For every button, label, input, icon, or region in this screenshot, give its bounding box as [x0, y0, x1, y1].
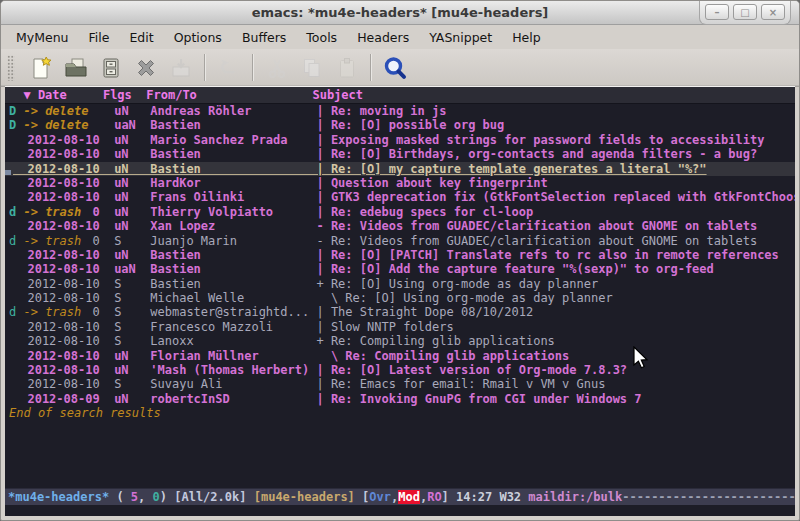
minimize-button[interactable]: –	[705, 4, 729, 20]
mode-line[interactable]: *mu4e-headers* ( 5, 0) [All/2.0k] [mu4e-…	[5, 488, 795, 506]
message-row[interactable]: 2012-08-10 S Suvayu Ali | Re: Emacs for …	[5, 377, 795, 391]
row-segment-target: -> delete	[23, 118, 95, 132]
message-row[interactable]: 2012-08-10 uN 'Mash (Thomas Herbert) | R…	[5, 363, 795, 377]
toolbar-separator	[204, 54, 205, 81]
cut-icon	[261, 52, 292, 83]
row-segment-row: 2012-08-10 uN Mario Sanchez Prada | Expo…	[9, 133, 764, 147]
close-x-icon[interactable]	[130, 52, 161, 83]
row-segment-target: -> delete	[23, 104, 95, 118]
row-segment-row: 2012-08-10 uN 'Mash (Thomas Herbert) | R…	[9, 363, 627, 377]
modeline-teal: 0	[153, 490, 160, 504]
message-row[interactable]: d -> trash 0 S Juanjo Marin - Re: Videos…	[5, 234, 795, 248]
fringe-position-marker	[5, 170, 11, 175]
file-cabinet-icon[interactable]	[95, 52, 126, 83]
title-bar[interactable]: emacs: *mu4e-headers* [mu4e-headers] –□×	[1, 1, 799, 25]
message-row[interactable]: 2012-08-10 uN Frans Oilinki | GTK3 depre…	[5, 190, 795, 204]
message-row-current[interactable]: 2012-08-10 uN Bastien | Re: [O] my captu…	[5, 162, 795, 176]
tool-bar	[1, 49, 799, 87]
row-segment-mark: d	[9, 205, 23, 219]
save-icon	[165, 52, 196, 83]
message-row[interactable]: 2012-08-10 uN Florian Müllner \ Re: Comp…	[5, 349, 795, 363]
modeline-dashes: --------------------------------	[622, 490, 795, 504]
menu-tools[interactable]: Tools	[296, 26, 347, 49]
window-title: emacs: *mu4e-headers* [mu4e-headers]	[252, 5, 549, 20]
modeline-buffer-name: *mu4e-headers*	[8, 490, 109, 504]
modeline-query: maildir:/bulk	[528, 490, 622, 504]
message-row[interactable]: 2012-08-10 uN Bastien | Re: [O] Birthday…	[5, 147, 795, 161]
paste-icon	[331, 52, 362, 83]
modeline-plain: (	[109, 490, 131, 504]
row-segment-target: -> trash	[23, 234, 81, 248]
row-segment-row: uaN Bastien | Re: [O] possible org bug	[96, 118, 505, 132]
message-row[interactable]: d -> trash 0 uN Thierry Volpiatto | Re: …	[5, 205, 795, 219]
row-segment-row: 2012-08-10 uN HardKor | Question about k…	[9, 176, 548, 190]
message-row[interactable]: 2012-08-10 uN Mario Sanchez Prada | Expo…	[5, 133, 795, 147]
row-segment-row: 2012-08-10 S Francesco Mazzoli | Slow NN…	[9, 320, 454, 334]
message-row[interactable]: d -> trash 0 S webmaster@straightd... | …	[5, 305, 795, 319]
row-segment-target: -> trash	[23, 205, 81, 219]
message-row[interactable]: 2012-08-10 S Bastien + Re: [O] Using org…	[5, 277, 795, 291]
row-segment-mark: D	[9, 104, 23, 118]
row-segment-row: 2012-08-10 uN Bastien | Re: [O] [PATCH] …	[9, 248, 779, 262]
message-row[interactable]: 2012-08-10 S Michael Welle \ Re: [O] Usi…	[5, 291, 795, 305]
modeline-plain: ,	[138, 490, 152, 504]
message-row[interactable]: 2012-08-10 S Lanoxx + Re: Compiling glib…	[5, 334, 795, 348]
message-row[interactable]: 2012-08-10 uN Xan Lopez - Re: Videos fro…	[5, 219, 795, 233]
row-segment-row: 0 S webmaster@straightd... | The Straigh…	[81, 305, 533, 319]
close-button[interactable]: ×	[761, 4, 785, 20]
message-row[interactable]: D -> delete uaN Bastien | Re: [O] possib…	[5, 118, 795, 132]
window-controls: –□×	[699, 1, 791, 25]
row-segment-target: -> trash	[23, 305, 81, 319]
menu-edit[interactable]: Edit	[119, 26, 163, 49]
end-of-results-text: End of search results	[5, 406, 795, 420]
modeline-modflag: Mod	[398, 490, 420, 504]
menu-mymenu[interactable]: MyMenu	[6, 26, 79, 49]
row-segment-row: 2012-08-10 S Michael Welle \ Re: [O] Usi…	[9, 291, 613, 305]
message-row[interactable]: 2012-08-09 uN robertcInSD | Re: Invoking…	[5, 392, 795, 406]
row-segment-mark: d	[9, 234, 23, 248]
row-segment-mark: d	[9, 305, 23, 319]
row-segment-row: 2012-08-10 S Bastien + Re: [O] Using org…	[9, 277, 598, 291]
emacs-window: emacs: *mu4e-headers* [mu4e-headers] –□×…	[0, 0, 800, 521]
modeline-plain: 14:27 W32	[456, 490, 528, 504]
row-segment-row: uN Andreas Röhler | Re: moving in js	[96, 104, 447, 118]
copy-icon	[296, 52, 327, 83]
menu-buffers[interactable]: Buffers	[232, 26, 296, 49]
menu-bar: MyMenuFileEditOptionsBuffersToolsHeaders…	[1, 25, 799, 49]
menu-headers[interactable]: Headers	[347, 26, 419, 49]
toolbar-separator	[370, 54, 371, 81]
row-segment-row: 2012-08-10 uN Florian Müllner \ Re: Comp…	[9, 349, 569, 363]
message-list: D -> delete uN Andreas Röhler | Re: movi…	[5, 104, 795, 406]
row-segment-row: 2012-08-10 uN Frans Oilinki | GTK3 depre…	[9, 190, 795, 204]
message-row[interactable]: 2012-08-10 uN Bastien | Re: [O] [PATCH] …	[5, 248, 795, 262]
row-segment-mark: D	[9, 118, 23, 132]
row-segment-row: 2012-08-10 uN Bastien | Re: [O] my captu…	[9, 162, 707, 176]
modeline-pale: ]	[442, 490, 456, 504]
row-segment-row: 2012-08-10 uaN Bastien | Re: [O] Add the…	[9, 262, 714, 276]
open-folder-icon[interactable]	[60, 52, 91, 83]
echo-area-minibuffer[interactable]	[5, 505, 795, 516]
message-row[interactable]: 2012-08-10 S Francesco Mazzoli | Slow NN…	[5, 320, 795, 334]
modeline-pink: RO	[427, 490, 441, 504]
undo-icon	[213, 52, 244, 83]
toolbar-separator	[252, 54, 253, 81]
row-segment-row: 2012-08-10 uN Xan Lopez - Re: Videos fro…	[9, 219, 757, 233]
headers-column-header[interactable]: ▼ Date Flgs From/To Subject	[5, 87, 795, 104]
maximize-button[interactable]: □	[733, 4, 757, 20]
menu-help[interactable]: Help	[502, 26, 551, 49]
row-segment-row: 2012-08-10 S Suvayu Ali | Re: Emacs for …	[9, 377, 605, 391]
search-icon[interactable]	[379, 52, 410, 83]
menu-options[interactable]: Options	[164, 26, 232, 49]
new-file-icon[interactable]	[25, 52, 56, 83]
modeline-pink: 5	[131, 490, 138, 504]
row-segment-row: 0 S Juanjo Marin - Re: Videos from GUADE…	[81, 234, 757, 248]
toolbar-drag-handle[interactable]	[7, 55, 15, 81]
menu-yasnippet[interactable]: YASnippet	[419, 26, 502, 49]
modeline-blue: Ovr	[369, 490, 391, 504]
row-segment-row: 2012-08-10 uN Bastien | Re: [O] Birthday…	[9, 147, 757, 161]
menu-file[interactable]: File	[79, 26, 120, 49]
message-row[interactable]: 2012-08-10 uaN Bastien | Re: [O] Add the…	[5, 262, 795, 276]
modeline-plain: )	[160, 490, 174, 504]
message-row[interactable]: 2012-08-10 uN HardKor | Question about k…	[5, 176, 795, 190]
message-row[interactable]: D -> delete uN Andreas Röhler | Re: movi…	[5, 104, 795, 118]
